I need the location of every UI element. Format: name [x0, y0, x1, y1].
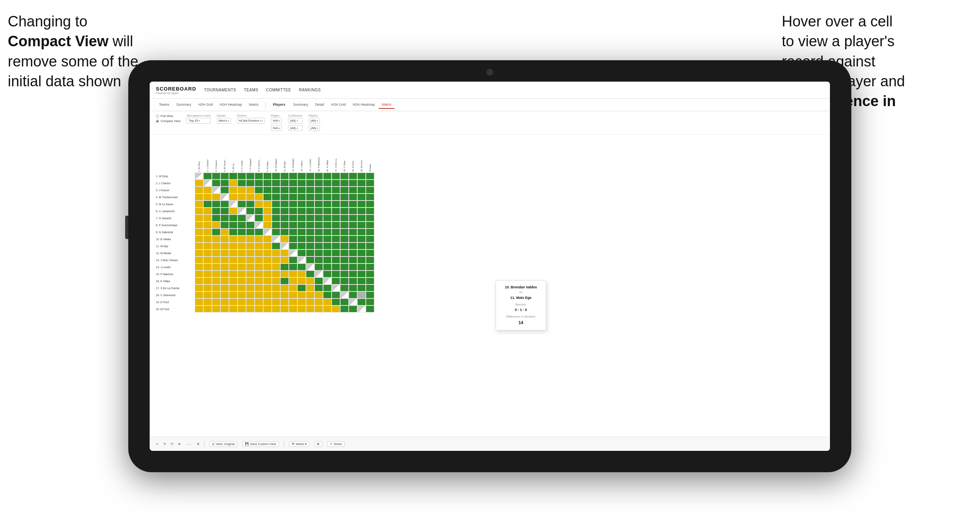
cell-1-12[interactable] [297, 180, 306, 187]
cell-7-14[interactable] [314, 222, 323, 229]
cell-6-5[interactable] [238, 215, 246, 222]
cell-14-7[interactable] [255, 270, 263, 277]
cell-6-0[interactable] [195, 215, 203, 222]
cell-6-15[interactable] [323, 215, 332, 222]
cell-11-1[interactable] [203, 250, 212, 257]
settings-icon[interactable]: ⚙ [197, 442, 199, 446]
cell-16-19[interactable] [357, 284, 366, 291]
cell-15-2[interactable] [212, 277, 220, 284]
cell-14-18[interactable] [349, 270, 357, 277]
cell-0-16[interactable] [332, 173, 340, 180]
cell-6-13[interactable] [306, 215, 314, 222]
cell-4-10[interactable] [280, 201, 289, 208]
cell-17-10[interactable] [280, 291, 289, 298]
cell-5-17[interactable] [340, 208, 349, 215]
cell-16-4[interactable] [229, 284, 238, 291]
cell-2-1[interactable] [203, 187, 212, 194]
cell-16-1[interactable] [203, 284, 212, 291]
cell-7-8[interactable] [263, 222, 272, 229]
cell-1-3[interactable] [220, 180, 229, 187]
cell-15-13[interactable] [306, 277, 314, 284]
cell-13-11[interactable] [289, 264, 297, 270]
cell-14-19[interactable] [357, 270, 366, 277]
cell-9-14[interactable] [314, 236, 323, 243]
nav-item-rankings[interactable]: RANKINGS [299, 86, 321, 94]
cell-5-13[interactable] [306, 208, 314, 215]
cell-1-16[interactable] [332, 180, 340, 187]
nav-item-teams[interactable]: TEAMS [244, 86, 258, 94]
cell-16-15[interactable] [323, 284, 332, 291]
cell-6-14[interactable] [314, 215, 323, 222]
cell-4-15[interactable] [323, 201, 332, 208]
cell-9-12[interactable] [297, 236, 306, 243]
cell-2-9[interactable] [272, 187, 280, 194]
cell-5-11[interactable] [289, 208, 297, 215]
cell-4-7[interactable] [255, 201, 263, 208]
cell-12-1[interactable] [203, 257, 212, 264]
watch-btn[interactable]: 👁 Watch ▾ [289, 441, 310, 447]
cell-15-7[interactable] [255, 277, 263, 284]
cell-17-12[interactable] [297, 291, 306, 298]
cell-2-13[interactable] [306, 187, 314, 194]
cell-11-6[interactable] [246, 250, 255, 257]
cell-0-6[interactable] [246, 173, 255, 180]
cell-19-8[interactable] [263, 305, 272, 312]
cell-8-2[interactable] [212, 229, 220, 236]
cell-16-16[interactable] [332, 284, 340, 291]
cell-2-4[interactable] [229, 187, 238, 194]
cell-11-0[interactable] [195, 250, 203, 257]
cell-13-20[interactable] [366, 264, 374, 270]
cell-17-9[interactable] [272, 291, 280, 298]
cell-8-6[interactable] [246, 229, 255, 236]
cell-1-4[interactable] [229, 180, 238, 187]
cell-17-13[interactable] [306, 291, 314, 298]
redo-left-icon[interactable]: ⟲ [163, 442, 166, 446]
cell-7-1[interactable] [203, 222, 212, 229]
cell-10-17[interactable] [340, 243, 349, 250]
save-custom-btn[interactable]: 💾 Save Custom View [242, 441, 279, 447]
cell-0-15[interactable] [323, 173, 332, 180]
cell-1-20[interactable] [366, 180, 374, 187]
cell-13-16[interactable] [332, 264, 340, 270]
cell-9-8[interactable] [263, 236, 272, 243]
cell-17-18[interactable] [349, 291, 357, 298]
cell-2-2[interactable] [212, 187, 220, 194]
cell-3-8[interactable] [263, 194, 272, 201]
cell-12-0[interactable] [195, 257, 203, 264]
cell-10-4[interactable] [229, 243, 238, 250]
cell-15-6[interactable] [246, 277, 255, 284]
division-select[interactable]: NCAA Division I ▾ [237, 118, 265, 124]
cell-16-17[interactable] [340, 284, 349, 291]
cell-2-19[interactable] [357, 187, 366, 194]
cell-13-1[interactable] [203, 264, 212, 270]
cell-8-14[interactable] [314, 229, 323, 236]
cell-14-9[interactable] [272, 270, 280, 277]
cell-15-15[interactable] [323, 277, 332, 284]
cell-6-18[interactable] [349, 215, 357, 222]
cell-2-3[interactable] [220, 187, 229, 194]
cell-12-7[interactable] [255, 257, 263, 264]
cell-15-14[interactable] [314, 277, 323, 284]
cell-1-6[interactable] [246, 180, 255, 187]
redo-right-icon[interactable]: ⟳ [171, 442, 173, 446]
cell-13-14[interactable] [314, 264, 323, 270]
cell-0-1[interactable] [203, 173, 212, 180]
cell-11-9[interactable] [272, 250, 280, 257]
cell-3-7[interactable] [255, 194, 263, 201]
cell-14-2[interactable] [212, 270, 220, 277]
cell-3-2[interactable] [212, 194, 220, 201]
cell-18-18[interactable] [349, 298, 357, 305]
cell-7-12[interactable] [297, 222, 306, 229]
cell-19-5[interactable] [238, 305, 246, 312]
cell-1-13[interactable] [306, 180, 314, 187]
cell-10-2[interactable] [212, 243, 220, 250]
cell-17-14[interactable] [314, 291, 323, 298]
cell-16-20[interactable] [366, 284, 374, 291]
cell-19-9[interactable] [272, 305, 280, 312]
cell-4-9[interactable] [272, 201, 280, 208]
tab-detail[interactable]: Detail [312, 101, 327, 109]
cell-13-17[interactable] [340, 264, 349, 270]
cell-5-8[interactable] [263, 208, 272, 215]
tab-matrix-right[interactable]: Matrix [379, 101, 395, 109]
cell-4-0[interactable] [195, 201, 203, 208]
